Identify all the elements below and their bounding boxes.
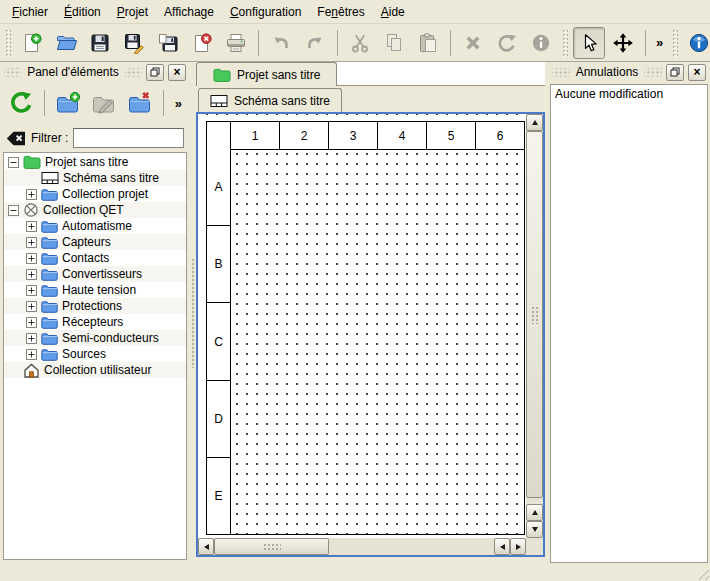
folder-delete-icon — [127, 91, 153, 115]
tree-item[interactable]: Convertisseurs — [4, 266, 186, 282]
collapse-icon[interactable] — [8, 157, 19, 168]
pan-mode-button[interactable] — [607, 27, 639, 59]
expand-icon[interactable] — [26, 285, 37, 296]
menu-projet[interactable]: Projet — [109, 0, 156, 23]
about-button[interactable] — [683, 27, 710, 59]
toolbar-separator — [163, 90, 164, 116]
vertical-scroll-thumb[interactable] — [526, 131, 543, 498]
diagram-canvas[interactable]: 123456 ABCDE — [198, 114, 526, 538]
vertical-scrollbar[interactable] — [526, 114, 543, 538]
clear-filter-button[interactable] — [6, 131, 26, 146]
folder-icon — [41, 284, 58, 297]
scroll-left-button-2[interactable] — [494, 538, 510, 555]
open-button[interactable] — [50, 27, 82, 59]
elements-panel-titlebar[interactable]: Panel d'éléments × — [0, 62, 190, 82]
tree-item[interactable]: Schéma sans titre — [4, 170, 186, 186]
tab-schema[interactable]: Schéma sans titre — [198, 88, 342, 112]
expand-icon[interactable] — [26, 189, 37, 200]
undo-list-item[interactable]: Aucune modification — [551, 85, 707, 103]
open-folder-icon — [55, 32, 77, 54]
new-category-button[interactable] — [51, 86, 85, 120]
horizontal-scrollbar[interactable] — [198, 538, 526, 555]
tree-item[interactable]: Projet sans titre — [4, 154, 186, 170]
tree-item-label: Convertisseurs — [62, 267, 142, 281]
print-button[interactable] — [220, 27, 252, 59]
undo-panel-titlebar[interactable]: Annulations × — [548, 62, 710, 82]
new-document-button[interactable] — [16, 27, 48, 59]
diagram-view[interactable]: 123456 ABCDE — [196, 112, 545, 557]
close-dock-button[interactable]: × — [688, 64, 706, 81]
close-file-button[interactable] — [186, 27, 218, 59]
save-as-button[interactable] — [118, 27, 150, 59]
menu-edition[interactable]: Édition — [56, 0, 109, 23]
folder-icon — [41, 268, 58, 281]
expand-icon[interactable] — [26, 253, 37, 264]
expand-icon[interactable] — [26, 349, 37, 360]
tree-item[interactable]: Sources — [4, 346, 186, 362]
tree-item[interactable]: Capteurs — [4, 234, 186, 250]
tree-item-label: Semi-conducteurs — [62, 331, 159, 345]
menu-affichage[interactable]: Affichage — [156, 0, 222, 23]
menu-aide[interactable]: Aide — [373, 0, 413, 23]
tree-item-label: Contacts — [62, 251, 109, 265]
horizontal-scroll-thumb[interactable] — [214, 538, 329, 555]
undo-button — [265, 27, 297, 59]
select-mode-button[interactable] — [573, 27, 605, 59]
tab-project[interactable]: Projet sans titre — [196, 62, 337, 86]
dock-title-texture — [552, 68, 570, 77]
save-button[interactable] — [84, 27, 116, 59]
toolbar-handle[interactable] — [672, 29, 678, 57]
frame-column-headers: 123456 — [207, 122, 524, 150]
close-icon: × — [693, 66, 700, 78]
tree-item[interactable]: Collection utilisateur — [4, 362, 186, 378]
expand-icon[interactable] — [26, 333, 37, 344]
scroll-right-button[interactable] — [510, 538, 526, 555]
filter-input[interactable] — [73, 128, 184, 148]
tree-item[interactable]: Semi-conducteurs — [4, 330, 186, 346]
tree-item-label: Protections — [62, 299, 122, 313]
scroll-up-button-2[interactable] — [526, 504, 543, 521]
toolbar-extension-button[interactable]: » — [652, 35, 667, 50]
menu-configuration[interactable]: Configuration — [222, 0, 309, 23]
expand-icon[interactable] — [26, 269, 37, 280]
toolbar-extension-button[interactable]: » — [171, 96, 186, 111]
tree-item-label: Collection projet — [62, 187, 148, 201]
thumb-grip — [263, 543, 281, 551]
tree-item[interactable]: Récepteurs — [4, 314, 186, 330]
move-icon — [612, 32, 634, 54]
expand-icon[interactable] — [26, 221, 37, 232]
save-all-button[interactable] — [152, 27, 184, 59]
float-dock-button[interactable] — [146, 64, 164, 81]
expand-icon[interactable] — [26, 317, 37, 328]
reload-collections-button[interactable] — [4, 86, 38, 120]
expand-icon[interactable] — [26, 237, 37, 248]
delete-icon — [462, 32, 484, 54]
menu-fenetres[interactable]: Fenêtres — [309, 0, 372, 23]
scroll-track[interactable] — [329, 538, 494, 555]
folder-edit-icon — [91, 91, 117, 115]
delete-category-button[interactable] — [123, 86, 157, 120]
tree-item[interactable]: Protections — [4, 298, 186, 314]
toolbar-handle[interactable] — [5, 29, 11, 57]
cut-icon — [349, 32, 371, 54]
scroll-left-button[interactable] — [198, 538, 214, 555]
scroll-down-button[interactable] — [526, 521, 543, 538]
tree-item[interactable]: Collection QET — [4, 202, 186, 218]
tree-item[interactable]: Automatisme — [4, 218, 186, 234]
scroll-up-button[interactable] — [526, 114, 543, 131]
tree-item[interactable]: Collection projet — [4, 186, 186, 202]
tree-item[interactable]: Haute tension — [4, 282, 186, 298]
menu-fichier[interactable]: Fichier — [4, 0, 56, 23]
schema-icon — [210, 94, 228, 108]
expand-icon[interactable] — [26, 301, 37, 312]
float-dock-button[interactable] — [666, 64, 684, 81]
up-arrow-icon — [532, 120, 538, 125]
collapse-icon[interactable] — [8, 205, 19, 216]
close-dock-button[interactable]: × — [168, 64, 186, 81]
tree-item[interactable]: Contacts — [4, 250, 186, 266]
save-all-icon — [157, 32, 179, 54]
resize-grip[interactable] — [696, 567, 709, 580]
toolbar-handle[interactable] — [562, 29, 568, 57]
down-arrow-icon — [532, 527, 538, 532]
new-document-icon — [21, 32, 43, 54]
